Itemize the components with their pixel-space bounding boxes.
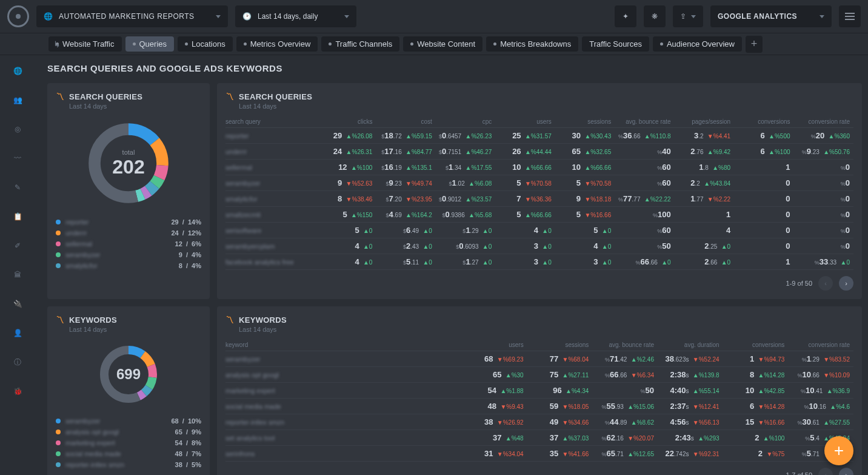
card-subtitle: Last 14 days [239, 326, 853, 333]
topbar: 🌐 AUTOMATED MARKETING REPORTS 🕑 Last 14 … [0, 0, 868, 33]
chevron-down-icon [820, 15, 824, 18]
search-queries-summary-card: 〽SEARCH QUERIES Last 14 days total202 re… [47, 83, 210, 299]
share-dropdown[interactable]: ⇪ [673, 5, 703, 27]
donut-total-value: 699 [116, 366, 141, 383]
tab-locations[interactable]: Locations [178, 36, 233, 52]
data-table: keyworduserssessionsavg. bounce rateavg.… [225, 339, 853, 462]
left-sidebar: 🌐 👥 ◎ 〰 ✎ 📋 ✐ 🏛 🔌 👤 ⓘ 🐞 [0, 55, 35, 475]
menu-button[interactable] [839, 5, 861, 27]
tab-bar: ↳ Website TrafficQueriesLocationsMetrics… [0, 33, 868, 55]
table-row[interactable]: smalyticfor8 ▼%38.46$7.20 ▼%23.95$0.9012… [225, 191, 853, 207]
report-dropdown-label: AUTOMATED MARKETING REPORTS [59, 12, 210, 21]
daterange-dropdown[interactable]: 🕑 Last 14 days, daily [235, 5, 356, 27]
preset-button-2[interactable]: ❋ [644, 5, 666, 27]
card-title: KEYWORDS [239, 315, 287, 325]
bug-icon[interactable]: 🐞 [12, 385, 24, 397]
donut-total-label: total [112, 149, 144, 156]
next-page-button[interactable]: › [839, 468, 853, 475]
page-title: SEARCH QUERIES AND GOOGLE ADS KEYWORDS [47, 63, 862, 73]
pager: 1-7 of 50 ‹ › [225, 462, 853, 475]
chevron-down-icon [216, 15, 221, 18]
tab-queries[interactable]: Queries [125, 36, 175, 52]
card-subtitle: Last 14 days [239, 103, 853, 110]
table-row[interactable]: facebook analytics free4 ▲0$5.11 ▲0$1.27… [225, 254, 853, 270]
tab-website-content[interactable]: Website Content [403, 36, 482, 52]
globe-icon[interactable]: 🌐 [12, 65, 24, 77]
legend: serambyzer68 / 10%analysis opt googl65 /… [56, 416, 201, 470]
table-row[interactable]: reporter29 ▲%26.08$18.72 ▲%59.15$0.6457 … [225, 128, 853, 144]
analytics-label: GOOGLE ANALYTICS [718, 12, 813, 21]
add-tab-button[interactable]: + [746, 36, 763, 53]
card-title: KEYWORDS [69, 315, 117, 325]
table-row[interactable]: serambyzer9 ▼%52.63$9.23 ▼%49.74$1.02 ▲%… [225, 175, 853, 191]
table-row[interactable]: serambyercplam4 ▲0$2.43 ▲0$0.6093 ▲03 ▲0… [225, 238, 853, 254]
tab-traffic-channels[interactable]: Traffic Channels [321, 36, 399, 52]
keywords-summary-card: 〽KEYWORDS Last 14 days 699 serambyzer68 … [47, 306, 210, 475]
subtab-indicator-icon: ↳ [53, 39, 61, 49]
edit-icon[interactable]: ✎ [12, 181, 24, 194]
tab-traffic-sources[interactable]: Traffic Sources [582, 36, 649, 52]
target-icon[interactable]: ◎ [12, 123, 24, 135]
burst-icon: ❋ [652, 12, 658, 21]
daterange-label: Last 14 days, daily [258, 12, 338, 21]
spark-icon: ✦ [623, 12, 629, 21]
add-widget-fab[interactable]: + [824, 436, 853, 465]
legend-item: marketing expert54 / 8% [56, 437, 201, 448]
donut-chart: total202 [86, 121, 171, 206]
plugin-icon[interactable]: 🔌 [12, 298, 24, 310]
legend-item: reporter-intlex smzn38 / 5% [56, 459, 201, 470]
keywords-table-card: 〽KEYWORDS Last 14 days keyworduserssessi… [217, 306, 862, 475]
table-row[interactable]: underrr24 ▲%26.31$17.16 ▲%84.77$0.7151 ▲… [225, 144, 853, 160]
legend-item: underrr24 / 12% [56, 227, 201, 238]
prev-page-button[interactable]: ‹ [818, 276, 833, 291]
table-row[interactable]: serambyzer68 ▼%69.2377 ▼%68.04%71.42 ▲%2… [225, 351, 853, 367]
table-row[interactable]: analysis opt googl65 ▲%3075 ▲%27.11%66.6… [225, 367, 853, 383]
bank-icon[interactable]: 🏛 [12, 269, 24, 281]
card-title: SEARCH QUERIES [69, 92, 142, 101]
table-row[interactable]: smaltzecmti5 ▲%150$4.69 ▲%164.2$0.9386 ▲… [225, 207, 853, 223]
preset-button-1[interactable]: ✦ [615, 5, 636, 27]
tab-audience-overview[interactable]: Audience Overview [653, 36, 742, 52]
search-queries-table-card: 〽SEARCH QUERIES Last 14 days search quer… [217, 83, 862, 299]
tab-metrics-breakdowns[interactable]: Metrics Breakdowns [486, 36, 578, 52]
pager: 1-9 of 50 ‹ › [225, 270, 853, 291]
clipboard-icon[interactable]: 📋 [12, 211, 24, 223]
chevron-down-icon [691, 15, 696, 18]
analytics-icon: 〽 [225, 92, 234, 101]
analytics-icon: 〽 [56, 92, 64, 101]
legend-item: serambyzer68 / 10% [56, 416, 201, 426]
users-icon[interactable]: 👥 [12, 94, 24, 106]
legend-item: reporter29 / 14% [56, 217, 201, 227]
share-icon: ⇪ [680, 12, 686, 21]
pager-range: 1-7 of 50 [786, 471, 812, 475]
legend-item: sellermal12 / 6% [56, 238, 201, 249]
legend-item: social media made48 / 7% [56, 448, 201, 459]
chart-icon[interactable]: 〰 [12, 152, 24, 164]
table-row[interactable]: social media made48 ▼%9.4359 ▼%18.05%55.… [225, 399, 853, 414]
card-subtitle: Last 14 days [69, 103, 201, 110]
table-row[interactable]: reporter-intlex smzn38 ▼%26.9249 ▼%34.66… [225, 414, 853, 430]
next-page-button[interactable]: › [839, 276, 853, 291]
table-row[interactable]: sellermal12 ▲%100$16.19 ▲%135.1$1.34 ▲%1… [225, 160, 853, 175]
prev-page-button[interactable]: ‹ [818, 468, 833, 475]
wand-icon[interactable]: ✐ [12, 240, 24, 252]
analytics-icon: 〽 [56, 315, 64, 325]
main-content: SEARCH QUERIES AND GOOGLE ADS KEYWORDS 〽… [47, 63, 862, 475]
data-table: search queryclickscostcpcuserssessionsav… [225, 116, 853, 270]
app-logo [7, 5, 29, 27]
clock-icon: 🕑 [242, 12, 252, 21]
info-icon[interactable]: ⓘ [12, 356, 24, 368]
table-row[interactable]: serinfrons31 ▼%34.0435 ▼%41.66%65.71 ▲%1… [225, 446, 853, 462]
table-row[interactable]: serisoftware5 ▲0$6.49 ▲0$1.29 ▲04 ▲05 ▲0… [225, 223, 853, 238]
card-title: SEARCH QUERIES [239, 92, 312, 101]
table-row[interactable]: set analytics tool37 ▲%4837 ▲%37.03%62.1… [225, 430, 853, 446]
account-icon[interactable]: 👤 [12, 327, 24, 339]
donut-chart: 699 [98, 344, 159, 405]
report-dropdown[interactable]: 🌐 AUTOMATED MARKETING REPORTS [36, 5, 228, 27]
table-row[interactable]: marketing expert54 ▲%1.8896 ▲%4.34%504:4… [225, 383, 853, 399]
tab-metrics-overview[interactable]: Metrics Overview [236, 36, 318, 52]
pager-range: 1-9 of 50 [786, 280, 812, 287]
analytics-dropdown[interactable]: GOOGLE ANALYTICS [710, 5, 832, 27]
legend-item: serambyzer9 / 4% [56, 249, 201, 260]
donut-total-value: 202 [112, 156, 144, 178]
